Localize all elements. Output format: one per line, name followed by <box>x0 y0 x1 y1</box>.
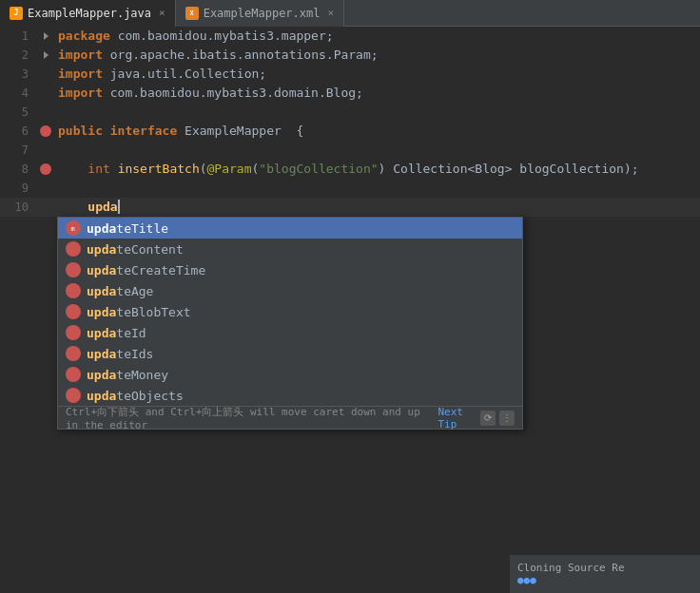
autocomplete-label-2: updateCreateTime <box>87 263 205 277</box>
svg-marker-1 <box>44 51 49 59</box>
svg-point-11 <box>69 392 77 399</box>
method-icon-2 <box>66 262 81 277</box>
autocomplete-item-3[interactable]: updateAge <box>58 280 522 301</box>
line-6: 6 public interface ExampleMapper { <box>0 122 700 141</box>
spinner-icon: ⟳ <box>480 411 496 426</box>
bean-icon-6 <box>40 125 51 137</box>
line-4: 4 import com.baomidou.mybatis3.domain.Bl… <box>0 84 700 103</box>
line-5: 5 <box>0 103 700 122</box>
autocomplete-label-5: updateId <box>87 326 146 340</box>
autocomplete-item-7[interactable]: updateMoney <box>58 364 522 385</box>
svg-text:m: m <box>71 225 75 233</box>
line-8: 8 int insertBatch(@Param("blogCollection… <box>0 160 700 179</box>
method-icon-8 <box>66 388 81 403</box>
progress-indicator: ●●● <box>517 574 536 586</box>
line-10: 10 upda <box>0 198 700 217</box>
tab-xml-close[interactable]: × <box>328 7 335 19</box>
line-3: 3 import java.util.Collection; <box>0 65 700 84</box>
autocomplete-footer: Ctrl+向下箭头 and Ctrl+向上箭头 will move caret … <box>58 406 522 429</box>
status-bar: Cloning Source Re ●●● <box>510 555 700 593</box>
method-icon-7 <box>66 367 81 382</box>
tab-java[interactable]: J ExampleMapper.java × <box>0 0 176 27</box>
autocomplete-label-4: updateBlobText <box>87 305 191 319</box>
method-icon-3 <box>66 283 81 298</box>
autocomplete-item-2[interactable]: updateCreateTime <box>58 259 522 280</box>
method-icon-6 <box>66 346 81 361</box>
svg-point-10 <box>69 371 77 378</box>
xml-file-icon: X <box>185 7 199 20</box>
tab-xml-label: ExampleMapper.xml <box>204 7 321 20</box>
autocomplete-item-6[interactable]: updateIds <box>58 343 522 364</box>
autocomplete-label-7: updateMoney <box>87 368 168 382</box>
autocomplete-item-5[interactable]: updateId <box>58 322 522 343</box>
svg-point-6 <box>69 287 77 295</box>
autocomplete-item-8[interactable]: updateObjects <box>58 385 522 406</box>
more-icon[interactable]: ⋮ <box>499 411 515 426</box>
autocomplete-label-8: updateObjects <box>87 389 184 403</box>
svg-point-5 <box>69 266 77 274</box>
method-icon-5 <box>66 325 81 340</box>
footer-hint-text: Ctrl+向下箭头 and Ctrl+向上箭头 will move caret … <box>66 405 438 431</box>
autocomplete-item-0[interactable]: m updateTitle <box>58 218 522 239</box>
line-2: 2 import org.apache.ibatis.annotations.P… <box>0 46 700 65</box>
cloning-source-label: Cloning Source Re <box>517 562 625 574</box>
bean-icon-8 <box>40 163 51 175</box>
autocomplete-label-3: updateAge <box>87 284 153 298</box>
autocomplete-label-6: updateIds <box>87 347 153 361</box>
java-file-icon: J <box>10 7 23 20</box>
svg-point-8 <box>69 329 77 336</box>
editor-area: 1 package com.baomidou.mybatis3.mapper; … <box>0 27 700 593</box>
progress-dots: ●●● <box>517 574 536 586</box>
tab-java-close[interactable]: × <box>159 7 165 19</box>
tab-xml[interactable]: X ExampleMapper.xml × <box>176 0 344 27</box>
autocomplete-label-1: updateContent <box>87 242 184 257</box>
svg-point-9 <box>69 350 77 357</box>
autocomplete-dropdown[interactable]: m updateTitle updateContent updateCreate… <box>57 217 523 430</box>
line-1: 1 package com.baomidou.mybatis3.mapper; <box>0 27 700 46</box>
autocomplete-label-0: updateTitle <box>87 221 168 236</box>
autocomplete-item-4[interactable]: updateBlobText <box>58 301 522 322</box>
footer-action-icons: ⟳ ⋮ <box>480 411 515 426</box>
method-icon-4 <box>66 304 81 319</box>
svg-marker-0 <box>44 32 49 40</box>
tab-bar: J ExampleMapper.java × X ExampleMapper.x… <box>0 0 700 27</box>
footer-next-tip[interactable]: Next Tip <box>438 406 480 430</box>
autocomplete-item-1[interactable]: updateContent <box>58 239 522 259</box>
method-icon-0: m <box>66 220 81 236</box>
tab-java-label: ExampleMapper.java <box>28 7 151 20</box>
svg-point-7 <box>69 308 77 316</box>
code-editor[interactable]: 1 package com.baomidou.mybatis3.mapper; … <box>0 27 700 217</box>
svg-point-4 <box>69 245 77 253</box>
line-9: 9 <box>0 179 700 198</box>
line-7: 7 <box>0 141 700 160</box>
method-icon-1 <box>66 241 81 257</box>
